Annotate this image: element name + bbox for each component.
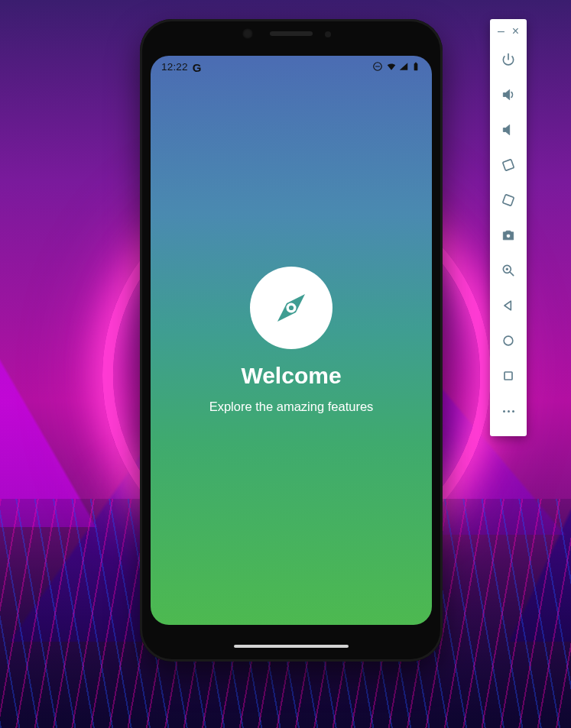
device-sensor-dot	[325, 31, 331, 37]
volume-down-button[interactable]	[490, 112, 527, 147]
nav-home-button[interactable]	[490, 323, 527, 358]
more-options-button[interactable]	[490, 393, 527, 429]
emulator-toolbar: – ×	[490, 19, 527, 436]
svg-line-11	[511, 273, 514, 276]
device-screen[interactable]: 12:22 G Welcome Explore the amazing fe	[151, 56, 432, 625]
svg-rect-8	[503, 195, 514, 206]
nav-back-button[interactable]	[490, 288, 527, 323]
splash-title: Welcome	[241, 363, 341, 389]
splash-subtitle: Explore the amazing features	[209, 400, 374, 414]
rotate-left-button[interactable]	[490, 147, 527, 183]
zoom-button[interactable]	[490, 253, 527, 288]
power-button[interactable]	[490, 42, 527, 77]
svg-rect-15	[504, 372, 512, 380]
svg-rect-7	[503, 160, 514, 171]
nav-overview-button[interactable]	[490, 358, 527, 393]
emulator-close-button[interactable]: ×	[512, 25, 519, 37]
more-icon	[503, 410, 514, 413]
explore-icon	[250, 267, 333, 349]
emulator-minimize-button[interactable]: –	[498, 25, 504, 37]
svg-point-6	[289, 306, 294, 310]
app-splash-screen: Welcome Explore the amazing features	[151, 56, 432, 625]
device-earpiece	[270, 31, 313, 36]
emulator-device-frame: 12:22 G Welcome Explore the amazing fe	[140, 19, 443, 662]
device-camera-dot	[242, 28, 253, 39]
svg-point-14	[504, 336, 513, 345]
rotate-right-button[interactable]	[490, 183, 527, 218]
gesture-home-bar[interactable]	[234, 645, 349, 648]
screenshot-button[interactable]	[490, 218, 527, 253]
svg-point-9	[506, 234, 510, 238]
volume-up-button[interactable]	[490, 77, 527, 112]
